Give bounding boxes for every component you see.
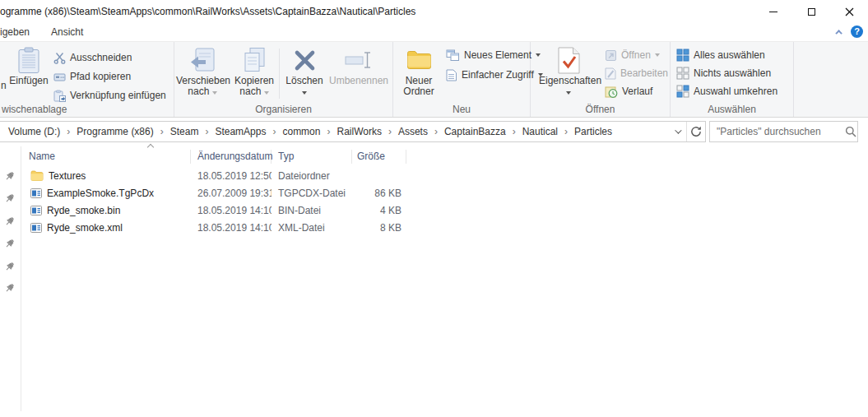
properties-icon <box>539 44 598 76</box>
file-icon <box>30 188 42 198</box>
ribbon-group-open: Eigenschaften Öffnen Bearbeiten Verlauf … <box>531 42 671 117</box>
select-none-icon <box>676 67 689 80</box>
file-row-textures[interactable]: Textures 18.05.2019 12:50 Dateiordner <box>22 167 868 184</box>
copy-to-dropdown-icon <box>264 91 269 95</box>
search-box <box>709 121 858 142</box>
file-row-ryde-smoke-bin[interactable]: Ryde_smoke.bin 18.05.2019 14:10 BIN-Date… <box>22 202 868 219</box>
breadcrumb-path: Volume (D:)› Programme (x86)› Steam› Ste… <box>0 126 668 137</box>
collapse-ribbon-icon[interactable] <box>835 30 842 36</box>
chevron-down-icon <box>675 127 681 133</box>
column-header-date[interactable]: Änderungsdatum <box>191 150 272 164</box>
paste-shortcut-button[interactable]: Verknüpfung einfügen <box>53 88 166 103</box>
clipboard-icon <box>8 44 49 76</box>
crumb-separator-icon[interactable]: › <box>201 126 212 137</box>
column-header-row: Name Änderungsdatum Typ Größe <box>22 146 868 167</box>
crumb-steamapps[interactable]: SteamApps <box>212 126 268 137</box>
crumb-separator-icon[interactable]: › <box>560 126 572 137</box>
open-button[interactable]: Öffnen <box>605 48 660 63</box>
column-header-type[interactable]: Typ <box>272 150 352 164</box>
properties-dropdown-icon <box>566 91 571 95</box>
delete-dropdown-icon <box>302 91 307 95</box>
file-row-ryde-smoke-xml[interactable]: Ryde_smoke.xml 18.05.2019 14:10 XML-Date… <box>22 219 868 236</box>
ribbon-group-organize: Verschiebennach Kopierennach Löschen U <box>174 42 393 117</box>
crumb-captainbazza[interactable]: CaptainBazza <box>442 126 508 137</box>
title-bar: ogramme (x86)\Steam\SteamApps\common\Rai… <box>0 0 868 23</box>
close-button[interactable] <box>830 0 868 23</box>
explorer-window: ogramme (x86)\Steam\SteamApps\common\Rai… <box>0 0 868 417</box>
easy-access-icon <box>446 69 457 81</box>
quick-access-pin-icon[interactable] <box>5 283 15 293</box>
column-header-name[interactable]: Name <box>22 150 191 164</box>
crumb-particles[interactable]: Particles <box>572 126 615 137</box>
tab-ansicht[interactable]: Ansicht <box>51 23 83 41</box>
crumb-separator-icon[interactable]: › <box>268 126 280 137</box>
move-to-button[interactable]: Verschiebennach <box>176 44 229 97</box>
file-list-area: Name Änderungsdatum Typ Größe Textures 1… <box>0 146 868 417</box>
properties-button[interactable]: Eigenschaften <box>539 44 598 97</box>
paste-shortcut-icon <box>53 90 66 102</box>
ribbon-group-clipboard: n Einfügen Ausschneiden Pfad kopieren Ve… <box>0 42 174 117</box>
scissors-icon <box>53 52 66 64</box>
quick-access-pin-icon[interactable] <box>5 239 15 248</box>
column-header-size[interactable]: Größe <box>352 150 406 164</box>
move-to-dropdown-icon <box>212 91 217 95</box>
search-icon[interactable] <box>845 126 856 137</box>
open-icon <box>605 49 617 62</box>
crumb-separator-icon[interactable]: › <box>63 126 74 137</box>
group-label-open: Öffnen <box>531 104 670 115</box>
new-item-button[interactable]: Neues Element <box>446 48 541 63</box>
copy-to-button[interactable]: Kopierennach <box>230 44 278 97</box>
navigation-pane-cropped <box>0 146 21 411</box>
crumb-steam[interactable]: Steam <box>168 126 202 137</box>
help-icon[interactable]: ? <box>851 25 863 38</box>
easy-access-button[interactable]: Einfacher Zugriff <box>446 67 543 82</box>
crumb-assets[interactable]: Assets <box>396 126 430 137</box>
file-row-examplesmoke[interactable]: ExampleSmoke.TgPcDx 26.07.2009 19:31 TGP… <box>22 184 868 202</box>
paste-button[interactable]: Einfügen <box>8 44 49 86</box>
folder-icon <box>30 170 44 181</box>
address-row: Volume (D:)› Programme (x86)› Steam› Ste… <box>0 118 868 146</box>
group-label-select: Auswählen <box>671 104 793 115</box>
crumb-separator-icon[interactable]: › <box>384 126 396 137</box>
tab-freigeben-partial[interactable]: igeben <box>0 23 30 41</box>
maximize-button[interactable] <box>792 0 830 23</box>
quick-access-pin-icon[interactable] <box>5 171 15 181</box>
crumb-nautical[interactable]: Nautical <box>520 126 560 137</box>
copy-path-button[interactable]: Pfad kopieren <box>53 69 131 84</box>
invert-selection-button[interactable]: Auswahl umkehren <box>676 84 777 99</box>
new-folder-button[interactable]: NeuerOrdner <box>397 44 441 97</box>
copy-to-icon <box>230 44 278 76</box>
address-dropdown-button[interactable] <box>668 122 686 141</box>
pin-quick-access-button-partial[interactable]: n <box>1 80 7 91</box>
crumb-railworks[interactable]: RailWorks <box>334 126 383 137</box>
delete-x-icon <box>283 44 326 76</box>
file-icon <box>30 206 42 215</box>
crumb-programme[interactable]: Programme (x86) <box>74 126 155 137</box>
select-none-button[interactable]: Nichts auswählen <box>676 66 771 81</box>
crumb-separator-icon[interactable]: › <box>430 126 442 137</box>
history-button[interactable]: Verlauf <box>605 84 652 99</box>
rename-button[interactable]: Umbenennen <box>326 44 392 86</box>
history-icon <box>605 86 618 98</box>
select-all-button[interactable]: Alles auswählen <box>676 48 765 63</box>
minimize-button[interactable] <box>754 0 792 23</box>
cut-button[interactable]: Ausschneiden <box>53 50 132 65</box>
crumb-separator-icon[interactable]: › <box>508 126 520 137</box>
search-input[interactable] <box>710 126 844 137</box>
file-list: Name Änderungsdatum Typ Größe Textures 1… <box>22 146 868 236</box>
quick-access-pin-icon[interactable] <box>5 262 15 271</box>
quick-access-pin-icon[interactable] <box>5 193 15 203</box>
crumb-separator-icon[interactable]: › <box>156 126 168 137</box>
open-dropdown-icon <box>655 53 660 57</box>
crumb-common[interactable]: common <box>280 126 323 137</box>
crumb-volume[interactable]: Volume (D:) <box>6 126 63 137</box>
delete-button[interactable]: Löschen <box>283 44 326 97</box>
refresh-button[interactable] <box>687 122 705 141</box>
new-folder-icon <box>397 44 441 76</box>
crumb-separator-icon[interactable]: › <box>323 126 334 137</box>
minimize-icon <box>769 12 777 12</box>
quick-access-pin-icon[interactable] <box>5 216 15 226</box>
file-icon <box>30 223 42 233</box>
edit-button[interactable]: Bearbeiten <box>605 66 668 81</box>
breadcrumb: Volume (D:)› Programme (x86)› Steam› Ste… <box>0 121 706 142</box>
